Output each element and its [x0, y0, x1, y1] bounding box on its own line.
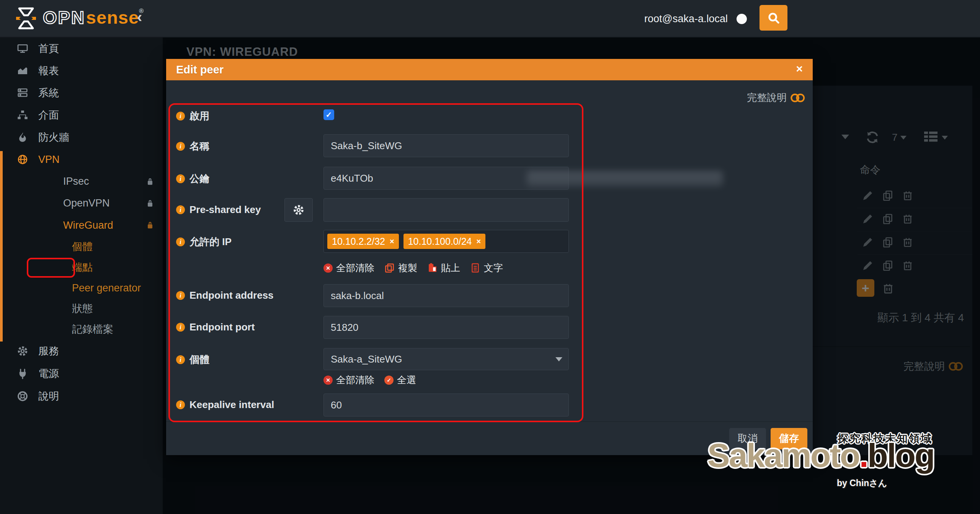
field-row-keepalive: i Keepalive interval: [166, 394, 813, 416]
enabled-checkbox[interactable]: ✓: [323, 109, 334, 120]
allowed-ips-input[interactable]: 10.10.2.2/32 × 10.10.100.0/24 ×: [323, 230, 569, 253]
clear-all-action[interactable]: ✕ 全部清除: [323, 262, 374, 274]
sidebar-item-label: 系統: [38, 86, 59, 100]
sidebar-item-label: 個體: [72, 240, 93, 254]
sidebar-item-log-file[interactable]: 記錄檔案: [0, 319, 163, 340]
generate-key-button[interactable]: [284, 198, 313, 222]
brand-opn: OPN: [43, 7, 85, 28]
save-button[interactable]: 儲存: [771, 428, 807, 449]
copy-action[interactable]: 複製: [384, 262, 417, 274]
sidebar-item-firewall[interactable]: 防火牆: [0, 126, 163, 148]
ip-tag: 10.10.100.0/24 ×: [403, 234, 486, 249]
endpoint-port-input[interactable]: [323, 316, 569, 339]
info-icon: i: [176, 355, 185, 364]
action-label: 全部清除: [336, 262, 374, 274]
circle-check-icon: ✓: [384, 376, 394, 385]
file-text-icon: [470, 263, 480, 273]
action-label: 全選: [397, 374, 416, 386]
sidebar-item-home[interactable]: 首頁: [0, 37, 163, 60]
ip-tag-value: 10.10.2.2/32: [332, 236, 385, 247]
field-label: 允許的 IP: [189, 235, 232, 249]
close-icon[interactable]: ×: [794, 63, 805, 75]
lock-icon: [146, 221, 154, 230]
sidebar-item-label: 介面: [38, 108, 59, 122]
opnsense-app: VPN: WIREGUARD 7 命令: [0, 0, 980, 514]
modal-title: Edit peer: [176, 63, 224, 76]
public-key-visible-text: e4KuTOb: [331, 172, 373, 184]
field-label: Keepalive interval: [189, 399, 274, 411]
info-icon: i: [176, 112, 185, 120]
field-label: Endpoint port: [189, 321, 255, 333]
paste-action[interactable]: 貼上: [427, 262, 460, 274]
check-icon: ✓: [326, 110, 332, 119]
sidebar-item-system[interactable]: 系統: [0, 82, 163, 104]
select-all-action[interactable]: ✓ 全選: [384, 374, 416, 386]
gear-icon: [292, 204, 305, 216]
action-label: 複製: [398, 262, 417, 274]
search-icon: [767, 11, 780, 24]
brand-sense: sense: [86, 7, 139, 28]
brand-wordmark: OPNsense®: [43, 7, 144, 28]
sidebar-item-openvpn[interactable]: OpenVPN: [0, 192, 163, 214]
sidebar-item-label: 服務: [38, 344, 59, 358]
sidebar-item-instances[interactable]: 個體: [0, 236, 163, 257]
cancel-button[interactable]: 取消: [729, 428, 766, 449]
field-row-enabled: i 啟用 ✓: [166, 105, 813, 126]
endpoint-address-input[interactable]: [323, 284, 569, 307]
keepalive-input[interactable]: [323, 394, 569, 416]
modal-help-toggle[interactable]: 完整說明: [747, 91, 806, 104]
paste-icon: [427, 263, 438, 273]
sidebar-item-reporting[interactable]: 報表: [0, 60, 163, 82]
remove-tag-icon[interactable]: ×: [390, 237, 394, 246]
instance-select[interactable]: Saka-a_SiteWG: [323, 348, 569, 370]
sidebar-item-label: VPN: [38, 154, 60, 166]
field-label: 啟用: [189, 109, 209, 123]
sidebar-item-label: 記錄檔案: [72, 322, 113, 336]
toggle-icon: [791, 93, 806, 103]
sidebar-item-wireguard[interactable]: WireGuard: [0, 214, 163, 236]
sidebar-item-label: IPsec: [63, 176, 89, 187]
clear-all-action[interactable]: ✕ 全部清除: [323, 374, 374, 386]
sidebar-item-endpoints[interactable]: 端點: [0, 257, 163, 278]
edit-peer-modal: Edit peer × 完整說明 i 啟用 ✓ i 名稱: [166, 59, 813, 455]
remove-tag-icon[interactable]: ×: [477, 237, 481, 246]
lock-icon: [146, 199, 154, 208]
field-label: 名稱: [189, 140, 209, 153]
instance-actions: ✕ 全部清除 ✓ 全選: [166, 374, 813, 385]
logged-in-user: root@saka-a.local: [644, 13, 728, 25]
sidebar-item-services[interactable]: 服務: [0, 340, 163, 362]
modal-footer: 取消 儲存: [166, 421, 813, 455]
info-icon: i: [176, 174, 185, 183]
opnsense-logo-icon: [13, 5, 39, 31]
action-label: 文字: [484, 262, 503, 274]
redacted-value: [527, 171, 723, 186]
circle-x-icon: ✕: [323, 264, 333, 273]
info-icon: i: [176, 400, 185, 409]
field-row-name: i 名稱: [166, 134, 813, 157]
sidebar-item-interfaces[interactable]: 介面: [0, 104, 163, 126]
sidebar-item-peer-generator[interactable]: Peer generator: [0, 278, 163, 298]
name-input[interactable]: [323, 134, 569, 157]
sidebar-nav: 首頁 報表 系統 介面 防火牆: [0, 37, 163, 514]
sidebar-item-ipsec[interactable]: IPsec: [0, 171, 163, 192]
action-label: 貼上: [441, 262, 460, 274]
sidebar-collapse-button[interactable]: ‹: [137, 8, 142, 26]
sidebar-item-vpn[interactable]: VPN: [0, 148, 163, 171]
public-key-input[interactable]: e4KuTOb: [323, 167, 569, 190]
sidebar-item-label: Peer generator: [72, 282, 141, 294]
sidebar-item-status[interactable]: 狀態: [0, 298, 163, 319]
info-icon: i: [176, 237, 185, 246]
sidebar-item-label: 報表: [38, 64, 59, 78]
field-label: Pre-shared key: [189, 204, 261, 216]
preshared-key-input[interactable]: [323, 198, 569, 222]
gear-icon: [17, 345, 28, 357]
lifering-icon: [17, 390, 28, 402]
search-button[interactable]: [760, 5, 787, 31]
sidebar-item-help[interactable]: 說明: [0, 385, 163, 407]
sidebar-item-power[interactable]: 電源: [0, 362, 163, 385]
top-navbar: OPNsense® ‹ root@saka-a.local: [0, 0, 980, 37]
sidebar-item-label: 說明: [38, 389, 59, 403]
fire-icon: [17, 132, 28, 143]
globe-icon: [17, 154, 28, 165]
text-action[interactable]: 文字: [470, 262, 503, 274]
